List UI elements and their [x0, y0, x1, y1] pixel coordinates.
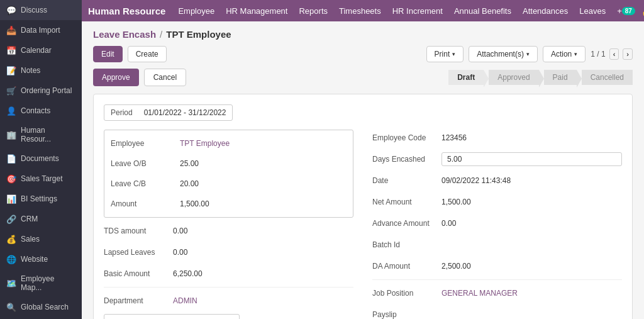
- department-label: Department: [104, 296, 173, 305]
- nav-hr-management[interactable]: HR Management: [226, 4, 287, 18]
- page-info: 1 / 1: [591, 50, 605, 59]
- sidebar-item-human-resource[interactable]: 🏢 Human Resour...: [0, 121, 82, 148]
- form-right-divider: [372, 279, 622, 280]
- form-left-col: Employee TPT Employee Leave O/B 25.00 Le…: [104, 130, 353, 319]
- department-row: Department ADMIN: [104, 293, 353, 309]
- edit-button[interactable]: Edit: [93, 46, 123, 62]
- days-encashed-label: Days Encashed: [372, 155, 441, 164]
- status-step-approved: Approved: [489, 70, 538, 85]
- breadcrumb-separator: /: [160, 29, 162, 40]
- amount-label: Amount: [111, 199, 180, 208]
- app-brand: Human Resource: [88, 6, 165, 16]
- contacts-icon: 👤: [6, 106, 16, 116]
- net-amount-row: Net Amount 1,500.00: [372, 194, 622, 210]
- sidebar-item-sales-target[interactable]: 🎯 Sales Target: [0, 169, 82, 189]
- tds-row: TDS amount 0.00: [104, 223, 353, 239]
- job-position-label: Job Position: [372, 289, 441, 298]
- like-button[interactable]: 👍: [641, 5, 644, 17]
- sidebar-item-crm[interactable]: 🔗 CRM: [0, 209, 82, 229]
- job-position-row: Job Position GENERAL MANAGER: [372, 285, 622, 301]
- notes-icon: 📝: [6, 65, 16, 76]
- amount-row: Amount 1,500.00: [111, 196, 347, 212]
- nav-plus[interactable]: +: [617, 4, 622, 18]
- basic-amount-row: Basic Amount 6,250.00: [104, 266, 353, 282]
- nav-leaves[interactable]: Leaves: [579, 4, 606, 18]
- emp-code-value: 123456: [441, 133, 622, 142]
- date-row: Date 09/02/2022 11:43:48: [372, 172, 622, 189]
- documents-icon: 📄: [6, 154, 16, 164]
- leave-cb-value: 20.00: [180, 179, 347, 188]
- department-value[interactable]: ADMIN: [173, 296, 353, 305]
- net-amount-value: 1,500.00: [441, 198, 622, 206]
- nav-timesheets[interactable]: Timesheets: [339, 4, 381, 18]
- lapsed-row: Lapsed Leaves 0.00: [104, 244, 353, 260]
- website-icon: 🌐: [6, 254, 16, 264]
- sidebar-item-sales[interactable]: 💰 Sales: [0, 229, 82, 249]
- ordering-portal-icon: 🛒: [6, 86, 16, 96]
- attachment-button[interactable]: Attachment(s) ▾: [469, 46, 538, 62]
- advance-amount-row: Advance Amount 0.00: [372, 215, 622, 232]
- job-position-value[interactable]: GENERAL MANAGER: [441, 289, 622, 298]
- sales-target-icon: 🎯: [6, 174, 16, 184]
- approve-button[interactable]: Approve: [93, 69, 139, 86]
- page-content: Leave Encash / TPT Employee Edit Create …: [82, 21, 644, 319]
- nav-employee[interactable]: Employee: [178, 4, 214, 18]
- sidebar-item-website[interactable]: 🌐 Website: [0, 249, 82, 269]
- da-amount-row: DA Amount 2,500.00: [372, 258, 622, 274]
- crm-icon: 🔗: [6, 214, 16, 224]
- payslip-label: Payslip: [372, 310, 441, 319]
- leave-type-row: Leave Type EARN LEAVE: [104, 314, 353, 319]
- sidebar-item-discuss[interactable]: 💬 Discuss: [0, 0, 82, 20]
- emp-code-label: Employee Code: [372, 133, 441, 142]
- form-right-col: Employee Code 123456 Days Encashed 5.00 …: [372, 130, 622, 319]
- batch-id-row: Batch Id: [372, 237, 622, 253]
- status-steps: Draft Approved Paid Cancelled: [448, 70, 633, 85]
- nav-hr-increment[interactable]: HR Increment: [392, 4, 443, 18]
- sidebar-item-calendar[interactable]: 📅 Calendar: [0, 40, 82, 60]
- calendar-icon: 📅: [6, 45, 16, 55]
- create-button[interactable]: Create: [128, 46, 167, 62]
- breadcrumb: Leave Encash / TPT Employee: [93, 29, 633, 40]
- cancel-button[interactable]: Cancel: [144, 69, 186, 86]
- leave-type-box: Leave Type EARN LEAVE: [104, 314, 240, 319]
- sidebar-item-global-search[interactable]: 🔍 Global Search: [0, 297, 82, 317]
- sidebar-item-documents[interactable]: 📄 Documents: [0, 148, 82, 169]
- sidebar-item-ordering-portal[interactable]: 🛒 Ordering Portal: [0, 81, 82, 101]
- leave-ob-label: Leave O/B: [111, 159, 180, 168]
- next-page-button[interactable]: ›: [623, 48, 633, 60]
- sidebar-item-bi-settings[interactable]: 📊 BI Settings: [0, 189, 82, 209]
- lapsed-label: Lapsed Leaves: [104, 248, 173, 257]
- employee-value[interactable]: TPT Employee: [180, 139, 347, 148]
- sidebar-item-notes[interactable]: 📝 Notes: [0, 60, 82, 81]
- status-step-paid: Paid: [544, 70, 577, 85]
- sales-icon: 💰: [6, 234, 16, 244]
- payslip-row: Payslip: [372, 306, 622, 319]
- sidebar-item-data-import[interactable]: 📥 Data Import: [0, 20, 82, 40]
- action-button[interactable]: Action ▾: [543, 46, 586, 62]
- print-button[interactable]: Print ▾: [426, 46, 464, 62]
- notification-badge[interactable]: 87: [622, 7, 635, 15]
- leave-ob-value: 25.00: [180, 159, 347, 168]
- form-card: Period 01/01/2022 - 31/12/2022 Employee …: [93, 94, 633, 319]
- nav-attendances[interactable]: Attendances: [523, 4, 568, 18]
- sidebar-item-contacts[interactable]: 👤 Contacts: [0, 101, 82, 121]
- sidebar-item-employee-map[interactable]: 🗺️ Employee Map...: [0, 269, 82, 297]
- bi-settings-icon: 📊: [6, 194, 16, 204]
- period-row: Period 01/01/2022 - 31/12/2022: [104, 104, 622, 121]
- action-caret-icon: ▾: [574, 51, 577, 57]
- breadcrumb-parent[interactable]: Leave Encash: [93, 29, 156, 40]
- nav-annual-benefits[interactable]: Annual Benefits: [454, 4, 511, 18]
- sidebar: 💬 Discuss 📥 Data Import 📅 Calendar 📝 Not…: [0, 0, 82, 319]
- form-columns: Employee TPT Employee Leave O/B 25.00 Le…: [104, 130, 622, 319]
- global-search-icon: 🔍: [6, 302, 16, 312]
- period-label: Period: [111, 108, 133, 117]
- employee-label: Employee: [111, 139, 180, 148]
- nav-reports[interactable]: Reports: [299, 4, 328, 18]
- basic-amount-value: 6,250.00: [173, 269, 353, 278]
- human-resource-icon: 🏢: [6, 130, 16, 140]
- da-amount-label: DA Amount: [372, 262, 441, 271]
- nav-links: Employee HR Management Reports Timesheet…: [178, 4, 621, 18]
- leave-cb-row: Leave C/B 20.00: [111, 176, 347, 192]
- attachment-caret-icon: ▾: [526, 51, 530, 57]
- prev-page-button[interactable]: ‹: [609, 48, 619, 60]
